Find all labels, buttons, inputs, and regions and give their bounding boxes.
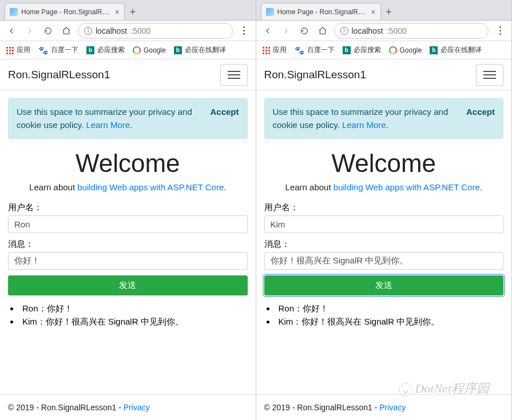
app-brand[interactable]: Ron.SignalRLesson1 — [264, 69, 367, 81]
message-item: Kim：你好！很高兴在 SignalR 中见到你。 — [267, 317, 504, 327]
alert-accept-button[interactable]: Accept — [210, 106, 239, 131]
footer-privacy-link[interactable]: Privacy — [124, 403, 150, 412]
forward-button[interactable] — [23, 24, 37, 38]
bookmark-label: 必应搜索 — [97, 45, 125, 55]
bookmark-label: 必应搜索 — [354, 45, 381, 55]
learn-text: Learn about building Web apps with ASP.N… — [264, 182, 504, 192]
paw-icon: 🐾 — [38, 46, 48, 54]
new-tab-button[interactable]: + — [125, 4, 141, 20]
bookmark-bing-translate[interactable]: b必应在线翻译 — [174, 45, 226, 55]
url-host: localhost — [352, 26, 383, 35]
message-input[interactable] — [8, 252, 248, 270]
alert-learn-more-link[interactable]: Learn More — [342, 120, 386, 130]
username-input[interactable] — [264, 215, 504, 233]
url-port: :5000 — [387, 26, 407, 35]
tab-close-icon[interactable]: × — [371, 7, 375, 17]
favicon-icon — [10, 8, 18, 16]
address-bar[interactable]: i localhost:5000 — [334, 23, 489, 39]
site-info-icon[interactable]: i — [340, 27, 348, 35]
bookmark-apps[interactable]: 应用 — [262, 45, 287, 55]
bookmark-label: Google — [400, 46, 422, 54]
message-label: 消息： — [8, 239, 248, 250]
bookmark-bar: 应用 🐾百度一下 b必应搜索 Google b必应在线翻译 — [0, 41, 256, 59]
footer-privacy-link[interactable]: Privacy — [379, 403, 406, 412]
bookmark-bing-search[interactable]: b必应搜索 — [343, 45, 381, 55]
message-label: 消息： — [264, 239, 504, 250]
learn-link[interactable]: building Web apps with ASP.NET Core — [334, 182, 480, 192]
cookie-alert: Use this space to summarize your privacy… — [264, 98, 504, 139]
back-button[interactable] — [5, 24, 18, 38]
app-brand[interactable]: Ron.SignalRLesson1 — [8, 69, 110, 81]
app-navbar: Ron.SignalRLesson1 — [256, 59, 512, 90]
browser-tab[interactable]: Home Page - Ron.SignalRLess × — [5, 3, 125, 20]
bookmark-baidu[interactable]: 🐾百度一下 — [295, 45, 335, 55]
footer-text: © 2019 - Ron.SignalRLesson1 - — [264, 403, 380, 412]
google-icon — [389, 46, 397, 54]
bing-icon: b — [430, 46, 438, 54]
message-item: Ron：你好！ — [10, 303, 248, 314]
send-button[interactable]: 发送 — [8, 275, 248, 295]
new-tab-button[interactable]: + — [381, 4, 397, 20]
footer-text: © 2019 - Ron.SignalRLesson1 - — [8, 403, 124, 412]
browser-tab[interactable]: Home Page - Ron.SignalRLess × — [261, 3, 381, 20]
alert-text: Use this space to summarize your privacy… — [17, 106, 203, 131]
bookmark-baidu[interactable]: 🐾百度一下 — [38, 45, 78, 55]
apps-icon — [262, 46, 270, 54]
alert-learn-more-link[interactable]: Learn More — [86, 120, 130, 130]
browser-menu-button[interactable] — [237, 26, 251, 35]
username-label: 用户名： — [264, 202, 504, 213]
site-info-icon[interactable]: i — [84, 27, 92, 35]
bookmark-label: 必应在线翻译 — [440, 45, 482, 55]
back-button[interactable] — [261, 24, 275, 38]
nav-toggle-button[interactable] — [220, 64, 248, 86]
home-button[interactable] — [316, 24, 330, 38]
alert-accept-button[interactable]: Accept — [466, 106, 495, 131]
bookmark-bing-search[interactable]: b必应搜索 — [86, 45, 125, 55]
tab-strip: Home Page - Ron.SignalRLess × + — [0, 0, 256, 21]
username-input[interactable] — [8, 215, 248, 233]
browser-menu-button[interactable] — [493, 26, 507, 35]
welcome-heading: Welcome — [8, 149, 248, 178]
url-host: localhost — [96, 26, 127, 35]
page-footer: © 2019 - Ron.SignalRLesson1 - Privacy — [256, 394, 512, 420]
url-port: :5000 — [130, 26, 150, 35]
alert-text: Use this space to summarize your privacy… — [273, 106, 459, 131]
bookmark-google[interactable]: Google — [389, 46, 422, 54]
google-icon — [133, 46, 141, 54]
bookmark-label: 应用 — [17, 45, 30, 55]
reload-button[interactable] — [41, 24, 55, 38]
paw-icon: 🐾 — [295, 46, 304, 54]
page-content: Use this space to summarize your privacy… — [0, 90, 256, 394]
bing-icon: b — [174, 46, 182, 54]
page-content: Use this space to summarize your privacy… — [256, 90, 512, 394]
message-list: Ron：你好！ Kim：你好！很高兴在 SignalR 中见到你。 — [8, 303, 248, 330]
message-item: Kim：你好！很高兴在 SignalR 中见到你。 — [10, 317, 248, 327]
message-input[interactable] — [264, 252, 504, 270]
page-footer: © 2019 - Ron.SignalRLesson1 - Privacy — [0, 394, 256, 420]
tab-strip: Home Page - Ron.SignalRLess × + — [256, 0, 512, 21]
browser-toolbar: i localhost:5000 — [0, 21, 256, 41]
bookmark-label: 应用 — [273, 45, 287, 55]
reload-button[interactable] — [297, 24, 311, 38]
username-label: 用户名： — [8, 202, 248, 213]
nav-toggle-button[interactable] — [476, 64, 503, 86]
tab-title: Home Page - Ron.SignalRLess — [277, 8, 368, 16]
bookmark-bing-translate[interactable]: b必应在线翻译 — [430, 45, 482, 55]
browser-toolbar: i localhost:5000 — [256, 21, 512, 41]
home-button[interactable] — [59, 24, 73, 38]
learn-text: Learn about building Web apps with ASP.N… — [8, 182, 248, 192]
tab-close-icon[interactable]: × — [115, 7, 120, 17]
forward-button[interactable] — [279, 24, 293, 38]
bookmark-label: Google — [144, 46, 166, 54]
bookmark-apps[interactable]: 应用 — [6, 45, 30, 55]
bookmark-label: 必应在线翻译 — [185, 45, 226, 55]
send-button[interactable]: 发送 — [264, 275, 504, 295]
tab-title: Home Page - Ron.SignalRLess — [21, 8, 112, 16]
browser-window-right: Home Page - Ron.SignalRLess × + i localh… — [256, 0, 513, 420]
bookmark-google[interactable]: Google — [133, 46, 166, 54]
message-list: Ron：你好！ Kim：你好！很高兴在 SignalR 中见到你。 — [264, 303, 504, 330]
learn-link[interactable]: building Web apps with ASP.NET Core — [77, 182, 224, 192]
message-item: Ron：你好！ — [267, 303, 504, 314]
address-bar[interactable]: i localhost:5000 — [78, 23, 233, 39]
bookmark-label: 百度一下 — [51, 45, 78, 55]
